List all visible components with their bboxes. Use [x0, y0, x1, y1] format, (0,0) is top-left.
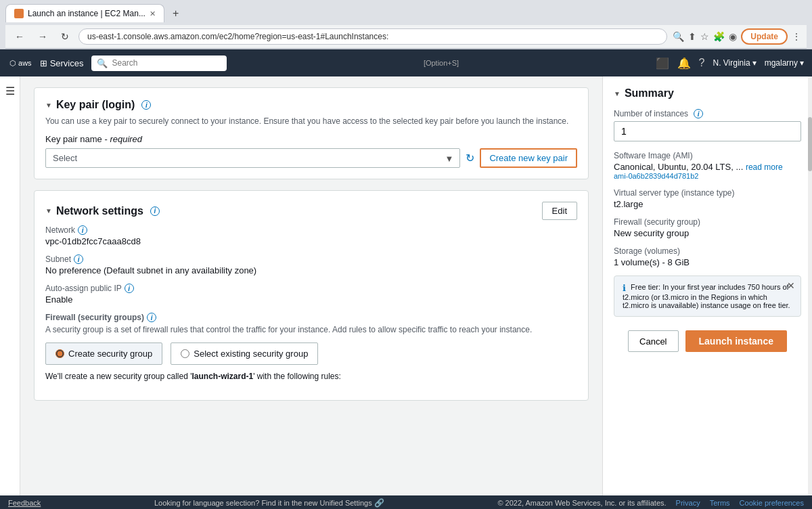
firewall-field-group: Firewall (security groups) i A security …: [45, 313, 577, 381]
auto-assign-field-group: Auto-assign public IP i Enable: [45, 284, 577, 305]
ami-read-more-link[interactable]: read more: [746, 162, 783, 172]
instance-type-field: Virtual server type (instance type) t2.l…: [614, 188, 801, 209]
network-field-info-button[interactable]: i: [78, 225, 87, 235]
browser-icon-group: 🔍 ⬆ ☆ 🧩 ◉ Update ⋮: [673, 28, 801, 45]
auto-assign-info-button[interactable]: i: [125, 284, 134, 293]
summary-firewall-value: New security group: [614, 228, 801, 238]
close-tab-button[interactable]: ✕: [150, 9, 156, 18]
network-triangle-icon: ▼: [45, 207, 52, 215]
network-info-button[interactable]: i: [150, 206, 160, 216]
storage-value: 1 volume(s) - 8 GiB: [614, 257, 801, 267]
select-sg-option[interactable]: Select existing security group: [171, 342, 318, 365]
browser-profile-icon[interactable]: ◉: [729, 31, 737, 42]
summary-triangle-icon: ▼: [614, 90, 621, 97]
network-section-header: ▼ Network settings i Edit: [45, 202, 577, 220]
instances-input[interactable]: [614, 121, 801, 141]
keypair-info-button[interactable]: i: [141, 100, 151, 110]
grid-icon: ⊞: [40, 58, 47, 68]
keypair-refresh-button[interactable]: ↻: [466, 152, 474, 164]
search-input[interactable]: [112, 58, 221, 68]
browser-more-icon[interactable]: ⋮: [792, 31, 801, 42]
free-tier-close-button[interactable]: ✕: [787, 280, 795, 291]
cloudshell-icon[interactable]: ⬛: [656, 57, 669, 70]
ami-label: Software Image (AMI): [614, 151, 801, 160]
subnet-value: No preference (Default subnet in any ava…: [45, 265, 577, 275]
network-section-title: ▼ Network settings i: [45, 205, 160, 217]
feedback-link[interactable]: Feedback: [8, 499, 41, 507]
new-tab-button[interactable]: +: [167, 5, 184, 22]
firewall-radio-group: Create security group Select existing se…: [45, 342, 577, 365]
summary-panel: ▼ Summary Number of instances i Software…: [602, 76, 812, 495]
ami-id: ami-0a6b2839d44d781b2: [614, 172, 801, 180]
browser-tab-bar: Launch an instance | EC2 Man... ✕ +: [5, 4, 807, 22]
subnet-label-text: Subnet: [45, 255, 71, 264]
status-notice-text: Looking for language selection? Find it …: [154, 499, 372, 507]
create-keypair-button[interactable]: Create new key pair: [480, 148, 577, 168]
hamburger-button[interactable]: ☰: [5, 85, 15, 97]
keypair-select[interactable]: Select: [45, 148, 460, 168]
region-chevron: ▾: [752, 58, 757, 68]
sg-desc-suffix: ' with the following rules:: [253, 372, 341, 381]
cookie-link[interactable]: Cookie preferences: [740, 499, 804, 507]
forward-button[interactable]: →: [34, 30, 51, 43]
ami-value: Canonical, Ubuntu, 20.04 LTS, ... read m…: [614, 162, 801, 172]
instance-type-label: Virtual server type (instance type): [614, 188, 801, 198]
create-sg-label: Create security group: [68, 349, 152, 359]
top-search-bar[interactable]: 🔍: [91, 56, 227, 71]
search-icon: 🔍: [97, 58, 108, 68]
ami-value-text: Canonical, Ubuntu, 20.04 LTS, ...: [614, 162, 743, 172]
firewall-description: A security group is a set of firewall ru…: [45, 325, 577, 334]
reload-button[interactable]: ↻: [57, 30, 73, 43]
back-button[interactable]: ←: [11, 30, 28, 43]
right-scrollbar[interactable]: [808, 76, 812, 495]
summary-firewall-label: Firewall (security group): [614, 217, 801, 227]
content-area: ▼ Key pair (login) i You can use a key p…: [20, 76, 602, 495]
region-label: N. Virginia: [713, 58, 750, 68]
sg-name: launch-wizard-1: [191, 372, 253, 381]
browser-bookmark-icon[interactable]: ☆: [700, 31, 709, 42]
update-button[interactable]: Update: [741, 28, 788, 45]
cancel-button[interactable]: Cancel: [628, 330, 678, 352]
network-edit-button[interactable]: Edit: [542, 202, 577, 220]
scrollbar-thumb: [808, 117, 812, 171]
keypair-description: You can use a key pair to securely conne…: [45, 116, 577, 126]
browser-controls: ← → ↻ us-east-1.console.aws.amazon.com/e…: [5, 25, 807, 49]
subnet-label: Subnet i: [45, 255, 577, 264]
user-menu[interactable]: mgalarny ▾: [765, 58, 804, 68]
services-button[interactable]: ⊞ Services: [40, 58, 84, 68]
aws-logo-text: ⬡ aws: [9, 59, 32, 68]
sg-description: We'll create a new security group called…: [45, 372, 577, 381]
main-layout: ☰ ▼ Key pair (login) i You can use a key…: [0, 76, 812, 495]
launch-instance-button[interactable]: Launch instance: [685, 330, 787, 352]
firewall-label: Firewall (security groups) i: [45, 313, 577, 322]
firewall-info-button[interactable]: i: [147, 313, 156, 322]
create-sg-option[interactable]: Create security group: [45, 342, 162, 365]
help-icon[interactable]: ?: [699, 57, 705, 69]
unified-settings-link[interactable]: 🔗: [374, 498, 384, 508]
keypair-select-wrapper: Select ▼: [45, 148, 460, 168]
keypair-section-header: ▼ Key pair (login) i: [45, 99, 577, 111]
network-section: ▼ Network settings i Edit Network i vpc-…: [34, 190, 589, 401]
create-sg-radio[interactable]: [55, 349, 64, 358]
privacy-link[interactable]: Privacy: [676, 499, 700, 507]
network-value: vpc-01db2fcc7caaa8cd8: [45, 236, 577, 246]
terms-link[interactable]: Terms: [710, 499, 730, 507]
address-bar[interactable]: us-east-1.console.aws.amazon.com/ec2/hom…: [78, 28, 667, 45]
aws-logo: ⬡ aws: [8, 59, 32, 68]
tab-title: Launch an instance | EC2 Man...: [28, 9, 145, 18]
user-label: mgalarny: [765, 58, 798, 68]
browser-search-icon[interactable]: 🔍: [673, 31, 684, 42]
browser-share-icon[interactable]: ⬆: [688, 31, 696, 42]
browser-extension-icon[interactable]: 🧩: [713, 31, 725, 42]
instances-label-row: Number of instances i: [614, 109, 801, 118]
notifications-icon[interactable]: 🔔: [677, 57, 691, 70]
storage-label: Storage (volumes): [614, 246, 801, 256]
region-selector[interactable]: N. Virginia ▾: [713, 58, 757, 68]
instances-info-button[interactable]: i: [694, 109, 703, 118]
select-sg-radio[interactable]: [181, 349, 189, 358]
summary-action-row: Cancel Launch instance: [614, 330, 801, 352]
summary-firewall-field: Firewall (security group) New security g…: [614, 217, 801, 238]
subnet-info-button[interactable]: i: [74, 255, 83, 264]
sg-desc-prefix: We'll create a new security group called…: [45, 372, 191, 381]
keypair-field-label: Key pair name - required: [45, 134, 577, 144]
